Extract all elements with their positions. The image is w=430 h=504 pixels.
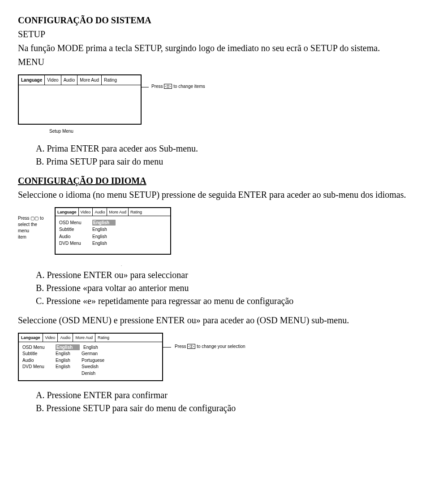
list-ab-2: A. Pressione ENTER para confirmar B. Pre… [18,389,412,414]
left-hint: Press ▢▢ to select the menu item [18,215,49,240]
tab-language[interactable]: Language [19,75,45,85]
leader-line [141,87,149,87]
text: to change items [173,84,205,89]
hint-line: select the menu [18,222,49,234]
menu-row-label: DVD Menu [22,364,52,370]
menu-row[interactable]: SubtitleEnglish [59,226,167,233]
hint-line: Press ▢▢ to [18,215,49,222]
list-item: C. Pressione «e» repetidamente para regr… [36,295,412,307]
menu-row-value: English [56,357,78,364]
hint-line: item [18,234,49,240]
leader-line [162,347,171,348]
setup-menu-box: LanguageVideoAudioMore AudRating Press ◁… [18,74,142,125]
tab-audio[interactable]: Audio [61,75,78,85]
menu-row-option[interactable]: Denish [82,370,111,377]
screenshot-language-submenu: Press ▢▢ to select the menu item Languag… [18,207,412,255]
menu-row-option[interactable]: Portuguese [82,357,111,364]
text: Press [151,84,163,89]
menu-row-value: English [56,351,78,357]
menu-row-value: English [92,220,116,226]
menu-row[interactable]: DVD MenuEnglishSwedish [22,364,159,370]
menu-row-label: OSD Menu [59,220,87,226]
label-setup: SETUP [18,28,412,40]
tab-language[interactable]: Language [56,208,79,216]
screenshot-osd-menu: LanguageVideoAudioMore AudRating OSD Men… [18,333,412,381]
list-item: A. Pressione ENTER ou» para seleccionar [36,269,412,281]
menu-row[interactable]: AudioEnglishPortuguese [22,357,159,364]
tab-audio[interactable]: Audio [93,208,107,216]
paragraph-intro: Na função MODE prima a tecla SETUP, surg… [18,42,412,54]
language-menu-box: LanguageVideoAudioMore AudRating OSD Men… [55,207,171,255]
tab-more-aud[interactable]: More Aud [73,334,95,341]
tab-rating[interactable]: Rating [129,208,144,216]
menu-row-label: OSD Menu [22,344,52,351]
menu-row-option[interactable]: Swedish [82,364,111,370]
menu-row[interactable]: OSD MenuEnglish [59,220,167,226]
list-abc: A. Pressione ENTER ou» para seleccionar … [18,269,412,307]
arrow-keys-icon: ◁▷ [187,344,195,349]
screenshot-setup-menu: LanguageVideoAudioMore AudRating Press ◁… [18,74,412,135]
menu-row-value: English [56,344,80,351]
menu-row-value: English [56,364,78,370]
tab-language[interactable]: Language [19,334,43,341]
menu-row[interactable]: Denish [22,370,159,377]
tab-more-aud[interactable]: More Aud [107,208,129,216]
instruction-change-selection: Press ◁▷ to change your selection [175,343,245,350]
list-item: B. Pressione SETUP para sair do menu de … [36,402,412,414]
menu-row-option[interactable]: German [82,351,111,357]
text: Press [175,344,186,349]
list-ab-1: A. Prima ENTER para aceder aos Sub-menu.… [18,143,412,168]
menu-row[interactable]: SubtitleEnglishGerman [22,351,159,357]
list-item: B. Prima SETUP para sair do menu [36,156,412,168]
paragraph-osd-intro: Seleccione (OSD MENU) e pressione ENTER … [18,314,412,326]
menu-row[interactable]: OSD MenuEnglishEnglish [22,344,159,351]
heading-language-config: CONFIGURAÇÃO DO IDIOMA [18,175,412,187]
menu-row-value: English [92,240,114,247]
caption-setup-menu: Setup Menu [49,128,412,135]
tab-video[interactable]: Video [43,334,58,341]
menu-row[interactable]: DVD MenuEnglish [59,240,167,247]
text: to change your selection [197,344,245,349]
menu-row-option[interactable]: English [83,344,113,351]
menu-row-value: English [92,226,114,233]
menu-row-label: Audio [59,234,87,240]
tab-rating[interactable]: Rating [102,75,119,85]
menu-row[interactable]: AudioEnglish [59,234,167,240]
menu-row-label: Subtitle [59,226,87,233]
tab-video[interactable]: Video [45,75,61,85]
list-item: B. Pressione «para voltar ao anterior me… [36,282,412,294]
menu-row-label: Subtitle [22,351,52,357]
osd-menu-box: LanguageVideoAudioMore AudRating OSD Men… [18,333,163,381]
label-menu: MENU [18,56,412,68]
heading-system-config: CONFIGURAÇÃO DO SISTEMA [18,14,412,26]
list-item: A. Pressione ENTER para confirmar [36,389,412,401]
tab-video[interactable]: Video [79,208,93,216]
arrow-keys-icon: ◁▷ [164,84,172,89]
menu-row-label: DVD Menu [59,240,87,247]
menu-row-label: Audio [22,357,52,364]
paragraph-language-intro: Seleccione o idioma (no menu SETUP) pres… [18,189,412,201]
stray-dot: . [121,263,412,268]
list-item: A. Prima ENTER para aceder aos Sub-menu. [36,143,412,155]
instruction-change-items: Press ◁▷ to change items [151,83,205,90]
tab-audio[interactable]: Audio [58,334,73,341]
tab-rating[interactable]: Rating [95,334,112,341]
tab-more-aud[interactable]: More Aud [77,75,102,85]
menu-row-value: English [92,234,114,240]
